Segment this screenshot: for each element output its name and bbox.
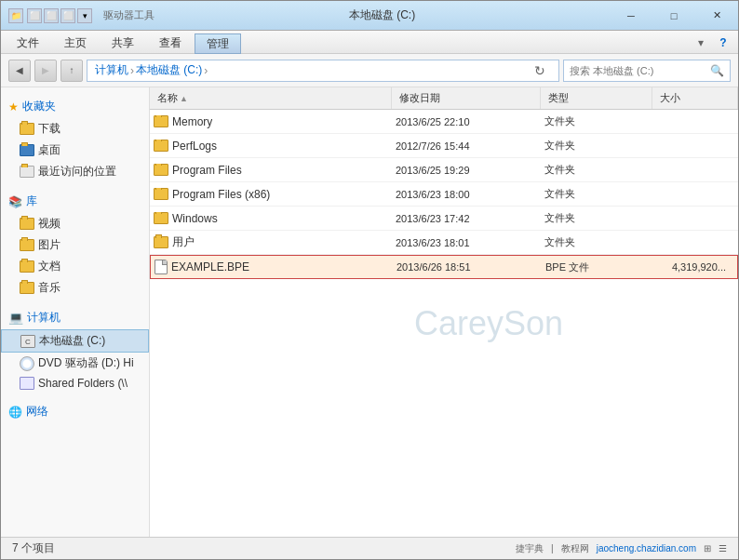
view-icon-1[interactable]: ⊞ — [704, 543, 711, 553]
file-type: 文件夹 — [544, 211, 656, 225]
file-folder-icon — [154, 140, 168, 152]
documents-label: 文档 — [38, 259, 60, 274]
address-bar[interactable]: 计算机 › 本地磁盘 (C:) › ↻ — [87, 60, 559, 82]
sidebar-item-shared[interactable]: Shared Folders (\\ — [1, 374, 149, 393]
col-header-size[interactable]: 大小 — [652, 87, 738, 109]
table-row[interactable]: Program Files (x86) 2013/6/23 18:00 文件夹 — [150, 182, 738, 207]
table-row[interactable]: Windows 2013/6/23 17:42 文件夹 — [150, 207, 738, 231]
computer-icon: 💻 — [8, 311, 23, 325]
file-folder-icon — [154, 212, 168, 224]
file-type: 文件夹 — [544, 163, 656, 177]
qa-dropdown[interactable]: ▾ — [77, 8, 92, 23]
titlebar-buttons: ─ □ ✕ — [610, 1, 738, 31]
table-row[interactable]: 用户 2013/6/23 18:01 文件夹 — [150, 231, 738, 255]
minimize-button[interactable]: ─ — [610, 1, 652, 31]
sidebar-item-music[interactable]: 音乐 — [1, 277, 149, 299]
tab-manage[interactable]: 管理 — [195, 33, 241, 54]
close-button[interactable]: ✕ — [695, 1, 738, 31]
sort-arrow-name: ▲ — [180, 94, 188, 103]
col-header-type[interactable]: 类型 — [541, 87, 652, 109]
search-input[interactable] — [570, 65, 706, 76]
documents-folder-icon — [20, 260, 34, 273]
sidebar-item-local-disk[interactable]: 本地磁盘 (C:) — [1, 329, 149, 353]
sidebar-item-dvd[interactable]: DVD 驱动器 (D:) Hi — [1, 353, 149, 374]
tab-home[interactable]: 主页 — [52, 33, 99, 53]
sidebar-item-pictures[interactable]: 图片 — [1, 234, 149, 256]
recent-folder-icon — [20, 166, 34, 178]
libraries-icon: 📚 — [8, 195, 22, 208]
favorites-icon: ★ — [8, 100, 19, 113]
table-row[interactable]: Program Files 2013/6/25 19:29 文件夹 — [150, 158, 738, 182]
qa-icon-2[interactable]: ⬜ — [44, 8, 59, 23]
view-icon-2[interactable]: ☰ — [719, 543, 727, 553]
downloads-folder-icon — [20, 123, 34, 135]
window-icon: 📁 — [8, 8, 23, 23]
sidebar-network: 🌐 网络 — [1, 400, 149, 423]
sidebar-item-downloads[interactable]: 下载 — [1, 118, 149, 140]
search-box: 🔍 — [563, 60, 731, 82]
sidebar-item-video[interactable]: 视频 — [1, 213, 149, 234]
file-name-cell: Windows — [154, 212, 396, 225]
libraries-label: 库 — [26, 193, 37, 209]
qa-icon-1[interactable]: ⬜ — [27, 8, 42, 23]
up-button[interactable]: ↑ — [60, 60, 83, 82]
table-row[interactable]: PerfLogs 2012/7/26 15:44 文件夹 — [150, 134, 738, 158]
sidebar-network-header[interactable]: 🌐 网络 — [1, 400, 149, 423]
file-name-cell: Memory — [154, 115, 396, 128]
file-type: BPE 文件 — [545, 260, 657, 274]
music-label: 音乐 — [38, 280, 60, 296]
search-icon[interactable]: 🔍 — [710, 64, 724, 77]
quick-access-toolbar: ⬜ ⬜ ⬜ ▾ — [27, 8, 92, 23]
file-type: 文件夹 — [544, 187, 656, 201]
statusbar: 7 个项目 捷宇典 | 教程网 jaocheng.chazidian.com ⊞… — [1, 537, 738, 559]
col-header-date[interactable]: 修改日期 — [392, 87, 541, 109]
file-name-cell: Program Files (x86) — [154, 188, 396, 201]
table-row[interactable]: Memory 2013/6/25 22:10 文件夹 — [150, 110, 738, 134]
file-folder-icon — [154, 236, 168, 248]
ribbon-collapse-button[interactable]: ▾ — [690, 33, 712, 53]
file-name: Program Files (x86) — [172, 188, 270, 201]
statusbar-right: 捷宇典 | 教程网 jaocheng.chazidian.com ⊞ ☰ — [516, 542, 727, 555]
network-icon: 🌐 — [8, 406, 22, 419]
recent-label: 最近访问的位置 — [38, 164, 116, 180]
file-type: 文件夹 — [544, 139, 656, 153]
downloads-label: 下载 — [38, 121, 60, 137]
file-list-container: 名称 ▲ 修改日期 类型 大小 Memory — [150, 87, 738, 537]
file-name-cell: EXAMPLE.BPE — [155, 260, 396, 274]
pictures-folder-icon — [20, 239, 34, 251]
back-button[interactable]: ◀ — [8, 60, 31, 82]
sidebar-item-recent[interactable]: 最近访问的位置 — [1, 161, 149, 182]
file-date: 2013/6/25 19:29 — [396, 165, 544, 176]
sidebar-favorites-header[interactable]: ★ 收藏夹 — [1, 95, 149, 118]
sidebar-item-desktop[interactable]: 桌面 — [1, 140, 149, 161]
ribbon-tab-bar: 文件 主页 共享 查看 管理 ▾ ? — [1, 31, 738, 53]
item-count: 7 个项目 — [12, 540, 55, 556]
brand-sep: | — [551, 543, 554, 553]
table-row[interactable]: EXAMPLE.BPE 2013/6/26 18:51 BPE 文件 4,319… — [150, 255, 738, 279]
tab-view[interactable]: 查看 — [147, 33, 194, 53]
dvd-icon — [20, 356, 34, 371]
sidebar-libraries: 📚 库 视频 图片 文档 音乐 — [1, 190, 149, 299]
network-label: 网络 — [26, 404, 48, 420]
forward-button[interactable]: ▶ — [34, 60, 57, 82]
shared-label: Shared Folders (\\ — [38, 377, 128, 390]
brand2: 教程网 — [561, 542, 589, 555]
col-header-name[interactable]: 名称 ▲ — [150, 87, 392, 109]
path-computer[interactable]: 计算机 — [95, 62, 128, 78]
path-drive[interactable]: 本地磁盘 (C:) — [136, 62, 202, 78]
window: 📁 ⬜ ⬜ ⬜ ▾ 驱动器工具 本地磁盘 (C:) ─ □ ✕ 文件 主页 共享… — [0, 0, 739, 560]
sidebar-item-documents[interactable]: 文档 — [1, 256, 149, 277]
file-name: Windows — [172, 212, 218, 225]
help-button[interactable]: ? — [712, 33, 734, 53]
sidebar-libraries-header[interactable]: 📚 库 — [1, 190, 149, 213]
tab-share[interactable]: 共享 — [100, 33, 146, 53]
video-label: 视频 — [38, 216, 60, 232]
maximize-button[interactable]: □ — [652, 1, 695, 31]
tab-file[interactable]: 文件 — [5, 33, 51, 53]
file-name: Program Files — [172, 164, 242, 177]
address-refresh-icon[interactable]: ↻ — [529, 60, 551, 82]
qa-icon-3[interactable]: ⬜ — [60, 8, 75, 23]
file-list[interactable]: Memory 2013/6/25 22:10 文件夹 PerfLogs 2012… — [150, 110, 738, 537]
sidebar-computer-header[interactable]: 💻 计算机 — [1, 306, 149, 329]
file-date: 2013/6/26 18:51 — [396, 261, 545, 273]
